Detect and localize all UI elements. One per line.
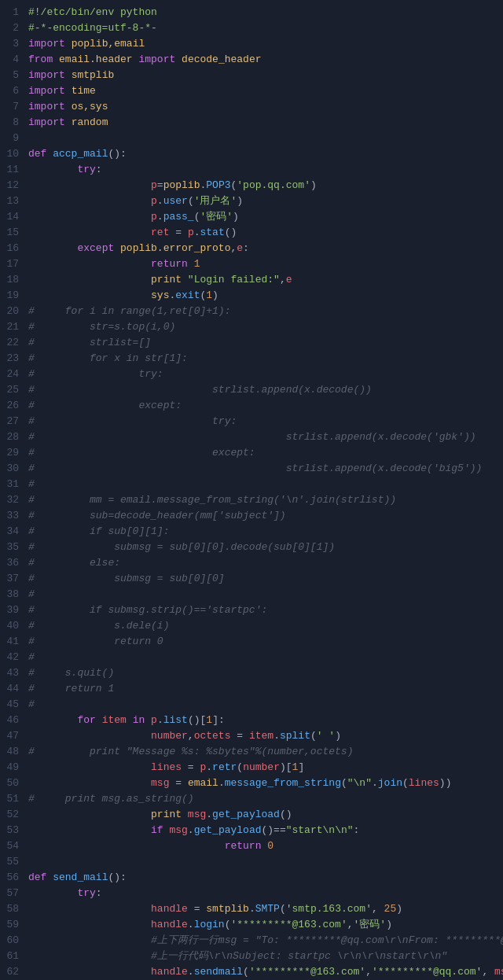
line-number: 57 xyxy=(0,886,28,901)
line-code: def accp_mail(): xyxy=(28,146,503,162)
line-number: 50 xyxy=(0,776,28,791)
line-number: 39 xyxy=(0,602,28,618)
line-code: # strlist.append(x.decode('big5')) xyxy=(28,461,503,477)
code-line: 42# xyxy=(0,650,503,665)
line-number: 47 xyxy=(0,728,28,744)
code-line: 58 handle = smtplib.SMTP('smtp.163.com',… xyxy=(0,901,503,917)
line-number: 8 xyxy=(0,115,28,131)
line-code: return 0 xyxy=(28,838,503,854)
line-code: import time xyxy=(28,83,503,99)
code-line: 37# submsg = sub[0][0] xyxy=(0,571,503,587)
line-number: 13 xyxy=(0,193,28,209)
code-line: 2#-*-encoding=utf-8-*- xyxy=(0,20,503,36)
line-code: # strlist=[] xyxy=(28,335,503,351)
line-code: try: xyxy=(28,162,503,178)
code-line: 6import time xyxy=(0,83,503,99)
code-line: 16 except poplib.error_proto,e: xyxy=(0,241,503,256)
line-code: except poplib.error_proto,e: xyxy=(28,241,503,256)
line-number: 37 xyxy=(0,571,28,587)
line-number: 3 xyxy=(0,36,28,52)
code-line: 51# print msg.as_string() xyxy=(0,791,503,807)
line-number: 6 xyxy=(0,83,28,99)
line-number: 40 xyxy=(0,618,28,634)
line-code: # xyxy=(28,587,503,602)
line-number: 15 xyxy=(0,225,28,241)
line-number: 35 xyxy=(0,540,28,555)
line-code: # sub=decode_header(mm['subject']) xyxy=(28,508,503,524)
line-code: #上下两行一行msg = "To: *********@qq.com\r\nFr… xyxy=(28,933,503,949)
line-code: # return 1 xyxy=(28,681,503,697)
line-number: 2 xyxy=(0,20,28,36)
code-line: 50 msg = email.message_from_string("\n".… xyxy=(0,776,503,791)
line-number: 28 xyxy=(0,429,28,445)
code-line: 8import random xyxy=(0,115,503,131)
code-line: 28# strlist.append(x.decode('gbk')) xyxy=(0,429,503,445)
line-number: 26 xyxy=(0,398,28,414)
line-number: 27 xyxy=(0,414,28,429)
line-number: 7 xyxy=(0,99,28,115)
line-number: 59 xyxy=(0,917,28,933)
code-line: 29# except: xyxy=(0,445,503,461)
line-code: # print "Message %s: %sbytes"%(number,oc… xyxy=(28,744,503,760)
line-code: # try: xyxy=(28,414,503,429)
code-line: 34# if sub[0][1]: xyxy=(0,524,503,540)
code-line: 59 handle.login('*********@163.com','密码'… xyxy=(0,917,503,933)
line-code: # except: xyxy=(28,445,503,461)
line-number: 29 xyxy=(0,445,28,461)
line-number: 30 xyxy=(0,461,28,477)
line-number: 61 xyxy=(0,949,28,964)
line-code: # xyxy=(28,697,503,713)
line-code: # print msg.as_string() xyxy=(28,791,503,807)
line-code: return 1 xyxy=(28,256,503,272)
code-line: 45# xyxy=(0,697,503,713)
code-line: 31# xyxy=(0,477,503,492)
code-line: 30# strlist.append(x.decode('big5')) xyxy=(0,461,503,477)
code-line: 53 if msg.get_payload()=="start\n\n": xyxy=(0,823,503,838)
line-number: 33 xyxy=(0,508,28,524)
line-number: 46 xyxy=(0,713,28,728)
code-line: 25# strlist.append(x.decode()) xyxy=(0,382,503,398)
code-line: 61 #上一行代码\r\nSubject: startpc \r\n\r\nst… xyxy=(0,949,503,964)
code-line: 4from email.header import decode_header xyxy=(0,52,503,68)
line-code: #!/etc/bin/env python xyxy=(28,5,503,20)
line-code: # strlist.append(x.decode()) xyxy=(28,382,503,398)
line-code: #-*-encoding=utf-8-*- xyxy=(28,20,503,36)
line-number: 45 xyxy=(0,697,28,713)
line-code: import os,sys xyxy=(28,99,503,115)
line-number: 42 xyxy=(0,650,28,665)
line-code: # submsg = sub[0][0].decode(sub[0][1]) xyxy=(28,540,503,555)
line-code: # strlist.append(x.decode('gbk')) xyxy=(28,429,503,445)
line-number: 16 xyxy=(0,241,28,256)
line-number: 4 xyxy=(0,52,28,68)
line-code: for item in p.list()[1]: xyxy=(28,713,503,728)
line-code: p.user('用户名') xyxy=(28,193,503,209)
code-line: 54 return 0 xyxy=(0,838,503,854)
line-code: def send_mail(): xyxy=(28,870,503,886)
line-code: p=poplib.POP3('pop.qq.com') xyxy=(28,178,503,193)
code-line: 1#!/etc/bin/env python xyxy=(0,5,503,20)
line-code: # str=s.top(i,0) xyxy=(28,319,503,335)
code-line: 3import poplib,email xyxy=(0,36,503,52)
line-code: # submsg = sub[0][0] xyxy=(28,571,503,587)
code-line: 9 xyxy=(0,131,503,146)
code-line: 15 ret = p.stat() xyxy=(0,225,503,241)
code-editor: 1#!/etc/bin/env python2#-*-encoding=utf-… xyxy=(0,0,503,980)
line-number: 18 xyxy=(0,272,28,288)
line-number: 54 xyxy=(0,838,28,854)
line-number: 10 xyxy=(0,146,28,162)
code-line: 44# return 1 xyxy=(0,681,503,697)
code-line: 18 print "Login failed:",e xyxy=(0,272,503,288)
line-number: 60 xyxy=(0,933,28,949)
line-number: 52 xyxy=(0,807,28,823)
line-code: # for x in str[1]: xyxy=(28,351,503,367)
code-line: 60 #上下两行一行msg = "To: *********@qq.com\r\… xyxy=(0,933,503,949)
line-code: # return 0 xyxy=(28,634,503,650)
line-number: 48 xyxy=(0,744,28,760)
line-number: 31 xyxy=(0,477,28,492)
line-number: 36 xyxy=(0,555,28,571)
line-code: # s.quit() xyxy=(28,665,503,681)
line-code: p.pass_('密码') xyxy=(28,209,503,225)
line-number: 44 xyxy=(0,681,28,697)
line-code xyxy=(28,131,503,146)
line-code: #上一行代码\r\nSubject: startpc \r\n\r\nstart… xyxy=(28,949,503,964)
